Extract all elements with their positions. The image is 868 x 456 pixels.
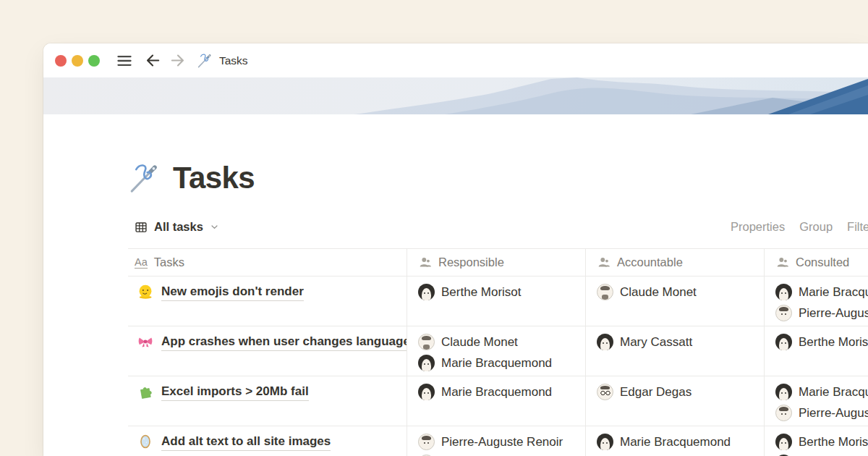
browser-titlebar: Tasks (43, 43, 868, 77)
column-label: Accountable (617, 256, 683, 269)
task-title-link[interactable]: New emojis don't render (161, 284, 304, 301)
accountable-cell[interactable]: Marie Bracquemond (586, 426, 765, 456)
person-entry: Pierre-Auguste Renoir (775, 305, 868, 321)
avatar (597, 284, 613, 300)
avatar (775, 434, 792, 450)
toolbar-actions: Properties Group Filter (731, 215, 868, 239)
avatar (418, 384, 435, 400)
traffic-light-minimize[interactable] (72, 55, 83, 67)
avatar (775, 305, 792, 321)
person-name: Marie Bracquemond (441, 355, 552, 371)
task-cell[interactable]: Excel imports > 20Mb fail (128, 376, 407, 426)
properties-button[interactable]: Properties (731, 220, 785, 234)
responsible-cell[interactable]: Claude Monet Marie Bracquemond (407, 326, 586, 376)
forward-arrow-icon[interactable] (169, 52, 186, 69)
task-title-link[interactable]: App crashes when user changes language (161, 334, 407, 351)
tab-title: Tasks (219, 54, 248, 67)
person-entry: Berthe Morisot (418, 284, 585, 300)
consulted-cell[interactable]: Marie Bracquemond Pierre-Auguste Renoir (765, 276, 868, 326)
avatar (597, 434, 613, 450)
mirror-icon (137, 434, 153, 449)
task-cell[interactable]: Add alt text to all site images (128, 426, 407, 456)
column-label: Consulted (796, 256, 849, 269)
table-view-icon (134, 220, 148, 235)
column-header-responsible[interactable]: Responsible (407, 249, 586, 276)
consulted-cell[interactable]: Marie Bracquemond Pierre-Auguste Renoir (765, 376, 868, 426)
person-property-icon (597, 256, 610, 269)
column-header-tasks[interactable]: Aa Tasks (128, 249, 407, 276)
group-button[interactable]: Group (799, 220, 833, 234)
table-row: New emojis don't render Berthe Morisot C… (128, 276, 868, 326)
column-label: Responsible (438, 256, 504, 269)
person-entry: Claude Monet (597, 284, 764, 300)
person-entry: Marie Bracquemond (775, 384, 868, 400)
chevron-down-icon (209, 221, 220, 232)
text-property-icon: Aa (135, 257, 148, 269)
accountable-cell[interactable]: Edgar Degas (586, 376, 765, 426)
table-row: App crashes when user changes language C… (128, 326, 868, 376)
responsible-cell[interactable]: Pierre-Auguste Renoir (407, 426, 586, 456)
table-header-row: Aa Tasks Responsible Accountable Consult… (128, 248, 868, 276)
view-name: All tasks (154, 220, 203, 234)
filter-button[interactable]: Filter (847, 220, 868, 234)
person-name: Berthe Morisot (799, 434, 868, 450)
back-arrow-icon[interactable] (145, 52, 161, 69)
view-toolbar: All tasks Properties Group Filter (128, 215, 868, 239)
avatar (775, 334, 792, 350)
task-cell[interactable]: New emojis don't render (128, 276, 407, 326)
person-name: Edgar Degas (620, 384, 692, 400)
tasks-table: Aa Tasks Responsible Accountable Consult… (128, 248, 868, 456)
person-entry: Berthe Morisot (775, 334, 868, 350)
ribbon-icon (137, 334, 153, 350)
task-title-link[interactable]: Excel imports > 20Mb fail (161, 384, 309, 401)
avatar (418, 334, 435, 350)
table-row: Add alt text to all site images Pierre-A… (128, 426, 868, 456)
person-property-icon (775, 256, 789, 269)
person-name: Claude Monet (620, 284, 697, 300)
view-switcher[interactable]: All tasks (128, 215, 220, 239)
mountain-landscape (43, 77, 868, 114)
task-title-link[interactable]: Add alt text to all site images (161, 434, 331, 451)
column-header-accountable[interactable]: Accountable (586, 249, 765, 276)
person-entry: Marie Bracquemond (418, 384, 585, 400)
person-name: Marie Bracquemond (799, 384, 868, 400)
person-name: Claude Monet (441, 334, 518, 350)
person-name: Pierre-Auguste Renoir (799, 305, 868, 321)
person-entry: Marie Bracquemond (775, 284, 868, 300)
browser-window: Tasks Tasks (43, 43, 868, 456)
person-entry: Pierre-Auguste Renoir (418, 434, 585, 450)
avatar (418, 434, 435, 450)
avatar (597, 384, 613, 400)
column-header-consulted[interactable]: Consulted (765, 249, 868, 276)
page-content: Tasks All tasks Properties Group Filter … (43, 114, 868, 456)
sewing-needle-icon[interactable] (128, 162, 161, 195)
accountable-cell[interactable]: Mary Cassatt (586, 326, 765, 376)
page-title: Tasks (173, 161, 255, 195)
traffic-light-close[interactable] (55, 55, 67, 67)
person-name: Marie Bracquemond (441, 384, 552, 400)
consulted-cell[interactable]: Berthe Morisot (765, 426, 868, 456)
person-name: Mary Cassatt (620, 334, 692, 350)
person-entry: Claude Monet (418, 334, 585, 350)
avatar (775, 405, 792, 421)
person-entry: Edgar Degas (597, 384, 764, 400)
person-name: Marie Bracquemond (620, 434, 731, 450)
avatar (775, 284, 792, 300)
task-cell[interactable]: App crashes when user changes language (128, 326, 407, 376)
person-name: Pierre-Auguste Renoir (441, 434, 563, 450)
needle-favicon-icon (197, 53, 213, 69)
traffic-light-zoom[interactable] (88, 55, 100, 67)
responsible-cell[interactable]: Berthe Morisot (407, 276, 586, 326)
accountable-cell[interactable]: Claude Monet (586, 276, 765, 326)
avatar (597, 334, 613, 350)
cover-image (43, 77, 868, 114)
person-entry: Berthe Morisot (775, 434, 868, 450)
puzzle-piece-icon (137, 384, 153, 400)
person-entry: Marie Bracquemond (597, 434, 764, 450)
responsible-cell[interactable]: Marie Bracquemond (407, 376, 586, 426)
menu-icon[interactable] (116, 52, 133, 69)
person-name: Pierre-Auguste Renoir (799, 405, 868, 421)
consulted-cell[interactable]: Berthe Morisot (765, 326, 868, 376)
table-row: Excel imports > 20Mb fail Marie Bracquem… (128, 376, 868, 426)
melting-face-icon (137, 284, 153, 300)
